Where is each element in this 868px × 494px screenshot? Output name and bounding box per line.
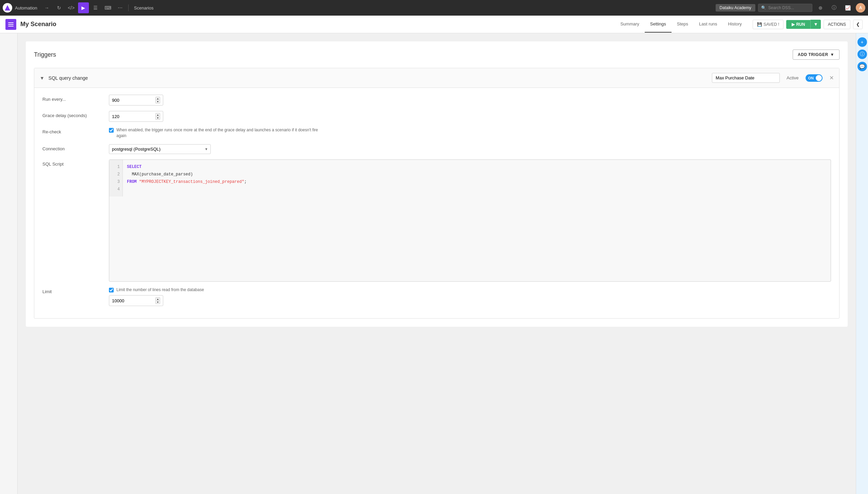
main-content: Triggers ADD TRIGGER ▼ ▼ SQL query chang… — [0, 33, 868, 494]
right-sidebar-info-button[interactable]: ⓘ — [857, 50, 867, 59]
search-box[interactable]: 🔍 Search DSS... — [758, 4, 812, 12]
trigger-active-label: Active — [787, 75, 798, 80]
nav-scenarios-label: Scenarios — [134, 5, 154, 11]
limit-spinners: ▲ ▼ — [155, 297, 160, 304]
trigger-name-input[interactable] — [712, 73, 780, 83]
run-label: RUN — [796, 22, 805, 27]
limit-checkbox[interactable] — [109, 288, 114, 292]
connection-select[interactable]: postgresql (PostgreSQL) mysql sqlite — [109, 144, 211, 154]
header-actions: 💾 SAVED ! ▶ RUN ▼ ACTIONS ❮ — [753, 20, 863, 29]
trigger-close-icon[interactable]: ✕ — [829, 75, 834, 81]
actions-button[interactable]: ACTIONS — [824, 20, 850, 29]
grace-delay-spinners: ▲ ▼ — [155, 113, 160, 120]
connection-row: Connection postgresql (PostgreSQL) mysql… — [42, 144, 831, 154]
grace-delay-spin-up[interactable]: ▲ — [155, 113, 160, 116]
top-navigation: Automation → ↻ </> ▶ ☰ ⌨ ⋯ Scenarios Dat… — [0, 0, 868, 16]
right-sidebar-chat-button[interactable]: 💬 — [857, 62, 867, 71]
run-every-control: ▲ ▼ — [109, 95, 831, 106]
nav-stats-icon[interactable]: 📈 — [842, 2, 853, 13]
svg-rect-2 — [8, 26, 14, 26]
limit-spin-down[interactable]: ▼ — [155, 301, 160, 304]
tab-last-runs[interactable]: Last runs — [694, 16, 722, 33]
right-sidebar: + ⓘ 💬 — [856, 33, 868, 494]
avatar[interactable]: A — [856, 3, 865, 13]
run-every-input[interactable] — [112, 98, 154, 103]
run-every-input-wrap: ▲ ▼ — [109, 95, 163, 106]
sql-script-label: SQL Script — [42, 159, 103, 167]
trigger-header-row: ▼ SQL query change Active ON ✕ — [34, 68, 839, 88]
sql-line-1: SELECT — [127, 163, 827, 171]
scenario-title: My Scenario — [20, 21, 615, 28]
run-every-spin-down[interactable]: ▼ — [155, 100, 160, 103]
right-sidebar-plus-button[interactable]: + — [857, 37, 867, 47]
add-trigger-dropdown-icon: ▼ — [830, 52, 834, 57]
nav-code-icon[interactable]: </> — [66, 2, 77, 13]
sql-editor-wrap: 1 2 3 4 SELECT MAX(purchase_date_parsed) — [109, 159, 831, 282]
nav-refresh-icon[interactable]: ↻ — [54, 2, 64, 13]
nav-apps-icon[interactable]: ⊛ — [815, 2, 826, 13]
nav-right-section: Dataiku Academy 🔍 Search DSS... ⊛ ⓘ 📈 A — [716, 2, 865, 13]
grace-delay-label: Grace delay (seconds) — [42, 111, 103, 118]
nav-db-icon[interactable]: ☰ — [90, 2, 101, 13]
app-logo — [3, 3, 12, 13]
connection-select-wrap: postgresql (PostgreSQL) mysql sqlite ▼ — [109, 144, 211, 154]
sql-editor[interactable]: 1 2 3 4 SELECT MAX(purchase_date_parsed) — [109, 159, 831, 282]
collapse-button[interactable]: ❮ — [853, 20, 863, 29]
grace-delay-control: ▲ ▼ — [109, 111, 831, 122]
run-every-row: Run every... ▲ ▼ — [42, 95, 831, 106]
add-trigger-label: ADD TRIGGER — [798, 52, 828, 57]
recheck-checkbox[interactable] — [109, 128, 114, 133]
trigger-toggle[interactable]: ON — [806, 74, 823, 82]
run-button[interactable]: ▶ RUN — [786, 20, 810, 29]
limit-spin-up[interactable]: ▲ — [155, 297, 160, 301]
nav-run-icon[interactable]: ▶ — [78, 2, 89, 13]
run-every-spin-up[interactable]: ▲ — [155, 97, 160, 100]
recheck-row: Re-check When enabled, the trigger runs … — [42, 127, 831, 139]
run-every-spinners: ▲ ▼ — [155, 97, 160, 103]
saved-label: SAVED ! — [763, 22, 779, 27]
tab-steps[interactable]: Steps — [672, 16, 694, 33]
recheck-control: When enabled, the trigger runs once more… — [109, 127, 831, 139]
dataiku-academy-button[interactable]: Dataiku Academy — [716, 4, 755, 12]
search-placeholder: Search DSS... — [768, 5, 794, 10]
run-dropdown-button[interactable]: ▼ — [810, 20, 820, 29]
scenario-header: My Scenario Summary Settings Steps Last … — [0, 16, 868, 33]
content-area: Triggers ADD TRIGGER ▼ ▼ SQL query chang… — [18, 33, 856, 494]
save-icon: 💾 — [757, 22, 762, 27]
recheck-label: Re-check — [42, 127, 103, 134]
nav-terminal-icon[interactable]: ⌨ — [102, 2, 113, 13]
svg-rect-1 — [8, 24, 14, 25]
limit-row: Limit Limit the number of lines read fro… — [42, 287, 831, 306]
grace-delay-spin-down[interactable]: ▼ — [155, 116, 160, 120]
nav-more-icon[interactable]: ⋯ — [115, 2, 126, 13]
nav-help-icon[interactable]: ⓘ — [829, 2, 839, 13]
recheck-checkbox-row: When enabled, the trigger runs once more… — [109, 127, 831, 139]
limit-label: Limit — [42, 287, 103, 294]
tab-settings[interactable]: Settings — [645, 16, 672, 33]
sql-line-2: MAX(purchase_date_parsed) — [127, 171, 827, 178]
search-icon: 🔍 — [761, 5, 766, 10]
left-sidebar — [0, 33, 18, 494]
recheck-text: When enabled, the trigger runs once more… — [116, 127, 320, 139]
line-number-3: 3 — [112, 178, 120, 186]
run-play-icon: ▶ — [792, 22, 795, 27]
triggers-title: Triggers — [34, 51, 56, 58]
limit-input-wrap: ▲ ▼ — [109, 295, 163, 306]
grace-delay-input[interactable] — [112, 114, 154, 119]
sql-script-row: SQL Script 1 2 3 4 — [42, 159, 831, 282]
trigger-body: Run every... ▲ ▼ — [34, 88, 839, 318]
triggers-header: Triggers ADD TRIGGER ▼ — [34, 50, 839, 60]
trigger-chevron-icon[interactable]: ▼ — [40, 75, 44, 81]
nav-flow-icon[interactable]: → — [41, 2, 52, 13]
tab-summary[interactable]: Summary — [615, 16, 645, 33]
toggle-on-label: ON — [806, 76, 816, 80]
tab-history[interactable]: History — [723, 16, 747, 33]
saved-button[interactable]: 💾 SAVED ! — [753, 20, 784, 29]
menu-icon[interactable] — [5, 19, 16, 30]
toggle-knob — [816, 75, 822, 81]
limit-checkbox-row: Limit the number of lines read from the … — [109, 287, 831, 293]
limit-input[interactable] — [112, 298, 154, 303]
triggers-panel: Triggers ADD TRIGGER ▼ ▼ SQL query chang… — [26, 41, 848, 327]
add-trigger-button[interactable]: ADD TRIGGER ▼ — [793, 50, 839, 60]
sql-code-content[interactable]: SELECT MAX(purchase_date_parsed) FROM "M… — [123, 160, 831, 196]
